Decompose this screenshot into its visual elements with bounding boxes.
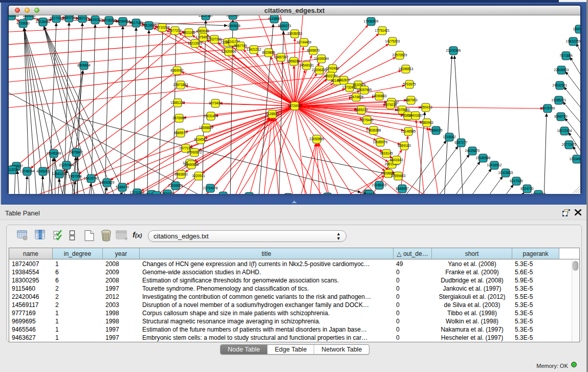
svg-text:4439167: 4439167 (89, 18, 102, 21)
svg-text:2580963: 2580963 (420, 121, 433, 124)
svg-text:8079409: 8079409 (209, 101, 222, 105)
svg-text:24090883: 24090883 (372, 94, 387, 98)
svg-text:4679214: 4679214 (384, 103, 397, 106)
svg-text:6368105: 6368105 (429, 128, 443, 132)
svg-text:12920906: 12920906 (222, 50, 236, 53)
svg-text:3220921: 3220921 (192, 174, 205, 178)
svg-text:6217026: 6217026 (510, 179, 523, 183)
svg-text:8224730: 8224730 (520, 187, 534, 190)
svg-text:22806503: 22806503 (554, 68, 569, 72)
svg-text:15180586: 15180586 (476, 156, 491, 160)
svg-text:3395870: 3395870 (307, 49, 320, 52)
svg-text:15076749: 15076749 (540, 106, 555, 110)
svg-text:23706266: 23706266 (102, 18, 117, 22)
svg-text:23188315: 23188315 (372, 183, 387, 187)
svg-text:13421212: 13421212 (247, 48, 262, 51)
svg-text:17751421: 17751421 (375, 29, 390, 32)
svg-text:17559643: 17559643 (391, 174, 406, 178)
svg-text:21439044: 21439044 (314, 57, 329, 60)
svg-text:10057945: 10057945 (357, 88, 372, 92)
svg-text:8685577: 8685577 (174, 131, 187, 135)
svg-text:6482877: 6482877 (337, 78, 351, 82)
svg-text:22744459: 22744459 (297, 40, 312, 44)
svg-text:22455603: 22455603 (9, 15, 19, 17)
svg-text:1890399: 1890399 (573, 27, 580, 31)
svg-text:11881122: 11881122 (170, 101, 185, 104)
svg-text:4389045: 4389045 (196, 29, 209, 33)
svg-text:7671884: 7671884 (559, 54, 573, 57)
svg-text:22053595: 22053595 (310, 137, 324, 141)
svg-text:6357277: 6357277 (454, 141, 468, 144)
svg-text:19836388: 19836388 (366, 128, 381, 132)
svg-text:3917183: 3917183 (129, 21, 143, 25)
svg-text:9816145: 9816145 (380, 151, 393, 155)
svg-text:9887903: 9887903 (404, 98, 418, 102)
svg-text:9958289: 9958289 (287, 59, 300, 63)
svg-text:8029889: 8029889 (262, 51, 275, 54)
svg-text:8134562: 8134562 (194, 138, 207, 141)
svg-text:9275445: 9275445 (360, 118, 374, 122)
svg-text:9217207: 9217207 (50, 16, 63, 20)
svg-text:4050413: 4050413 (419, 105, 432, 109)
svg-text:13748244: 13748244 (20, 169, 35, 173)
svg-text:8396759: 8396759 (554, 115, 568, 118)
svg-text:19832259: 19832259 (566, 39, 580, 43)
svg-text:19285201: 19285201 (552, 98, 567, 102)
svg-text:13045349: 13045349 (47, 151, 61, 155)
svg-text:4143890: 4143890 (268, 17, 281, 20)
svg-text:22306335: 22306335 (312, 68, 327, 72)
svg-text:13146585: 13146585 (401, 129, 416, 133)
svg-text:20031404: 20031404 (204, 114, 219, 118)
svg-text:1218062: 1218062 (443, 135, 456, 139)
svg-text:10710248: 10710248 (155, 26, 170, 29)
svg-text:21754078: 21754078 (203, 186, 218, 190)
svg-text:19085076: 19085076 (373, 140, 388, 144)
svg-text:20813640: 20813640 (142, 24, 157, 27)
svg-text:2066449: 2066449 (226, 15, 239, 17)
svg-text:16213925: 16213925 (188, 41, 203, 45)
svg-text:22992872: 22992872 (187, 150, 202, 154)
svg-text:5793975: 5793975 (403, 82, 416, 86)
svg-text:16072954: 16072954 (557, 129, 572, 133)
svg-text:5641643: 5641643 (390, 158, 403, 162)
svg-text:24549181: 24549181 (299, 63, 314, 67)
svg-text:13732411: 13732411 (342, 85, 357, 89)
svg-text:8811165: 8811165 (183, 31, 195, 34)
svg-text:12541238: 12541238 (52, 172, 67, 176)
svg-text:8806804: 8806804 (77, 63, 91, 67)
svg-text:17956909: 17956909 (364, 19, 379, 23)
svg-text:19299464: 19299464 (116, 19, 130, 23)
svg-text:10327246: 10327246 (207, 37, 222, 41)
svg-text:22570529: 22570529 (393, 53, 407, 57)
svg-text:16396513: 16396513 (399, 67, 413, 71)
svg-text:12416912: 12416912 (487, 163, 502, 167)
svg-text:2537611: 2537611 (363, 192, 376, 194)
svg-text:5188470: 5188470 (116, 185, 129, 189)
svg-text:3677374: 3677374 (168, 29, 182, 32)
svg-text:9875847: 9875847 (70, 150, 83, 154)
svg-text:2457954: 2457954 (69, 174, 82, 178)
svg-text:5682115: 5682115 (76, 16, 89, 20)
svg-text:14401657: 14401657 (408, 114, 423, 117)
svg-text:4112034: 4112034 (9, 168, 19, 171)
svg-text:8336273: 8336273 (278, 24, 291, 28)
svg-text:6742460: 6742460 (326, 67, 339, 70)
svg-text:6128503: 6128503 (266, 112, 279, 116)
svg-text:12294238: 12294238 (531, 192, 546, 194)
svg-text:8489709: 8489709 (62, 16, 76, 19)
svg-text:4245263: 4245263 (36, 169, 50, 173)
svg-text:21257684: 21257684 (59, 163, 74, 167)
svg-text:9983893: 9983893 (175, 172, 188, 176)
svg-text:1839221: 1839221 (23, 15, 36, 17)
svg-text:8646997: 8646997 (396, 187, 409, 190)
svg-text:21200396: 21200396 (446, 49, 461, 52)
svg-text:10334531: 10334531 (570, 157, 580, 161)
svg-text:8359183: 8359183 (398, 144, 411, 147)
svg-text:10228452: 10228452 (36, 20, 51, 24)
svg-text:20772475: 20772475 (562, 143, 577, 146)
svg-text:22093651: 22093651 (168, 184, 183, 187)
svg-text:10837430: 10837430 (160, 192, 175, 194)
svg-text:2876966: 2876966 (172, 116, 186, 120)
svg-text:10323815: 10323815 (498, 171, 513, 174)
svg-text:8369062: 8369062 (170, 69, 184, 72)
